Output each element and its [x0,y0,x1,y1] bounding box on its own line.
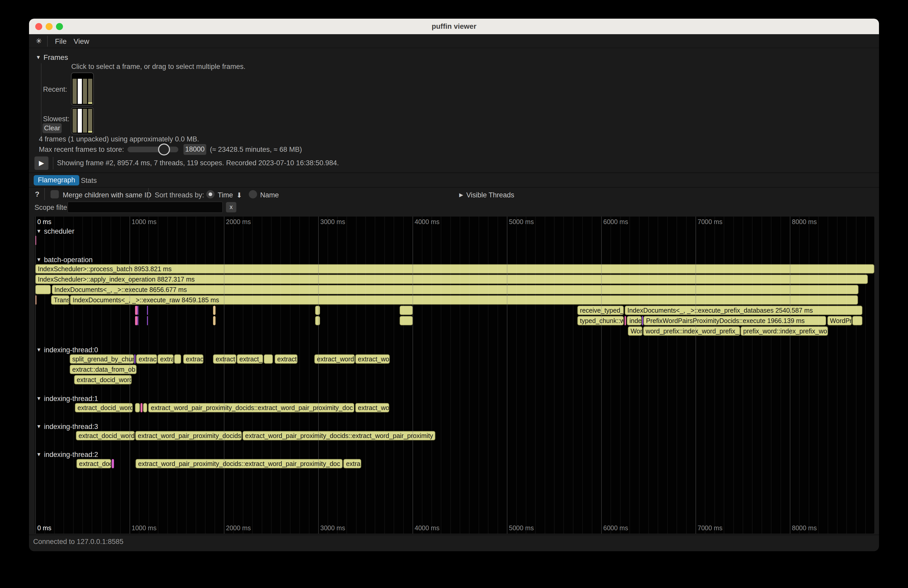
scope-bar[interactable]: typed_chunk::w [577,316,624,325]
scope-bar[interactable] [399,316,413,325]
scope-bar[interactable]: extrac [183,354,203,364]
scope-bar[interactable]: WordPr [828,316,852,325]
thread-group-header[interactable]: ▼batch-operation [36,256,92,264]
scope-bar[interactable]: extract_doc [76,459,111,468]
scope-bar[interactable]: extract_word [314,354,355,364]
scope-bar[interactable] [143,403,147,412]
thread-group-name: indexing-thread:3 [44,423,98,431]
recent-frames-thumbnail[interactable] [71,72,94,105]
tab-flamegraph[interactable]: Flamegraph [34,175,79,185]
scope-bar[interactable] [315,306,320,315]
scope-bar[interactable]: Trans [51,295,69,305]
scope-bar[interactable] [315,316,320,325]
scope-bar[interactable]: PrefixWordPairsProximityDocids::execute … [644,316,826,325]
visible-threads-toggle[interactable]: ▶Visible Threads [459,191,514,199]
scope-bar[interactable]: extract [136,354,157,364]
menu-item-file[interactable]: File [55,37,67,46]
scope-bar[interactable] [213,316,216,325]
scope-bar[interactable]: extract_docid_word [75,403,133,412]
help-button[interactable]: ? [35,190,39,198]
scope-bar[interactable]: IndexDocuments<_, _>::execute_prefix_dat… [625,306,862,315]
scope-bar[interactable] [852,316,862,325]
sort-by-time-radio[interactable] [206,190,214,198]
scope-bar[interactable] [213,306,216,315]
scope-bar[interactable] [642,316,643,325]
scope-bar[interactable]: extract_docid_word [76,431,135,440]
scope-bar[interactable]: extract_word_pair_proximity_docids::extr… [135,459,343,468]
scope-bar[interactable]: extract_docid_word [74,375,132,384]
window-title: puffin viewer [29,22,879,31]
scope-bar[interactable] [35,285,51,294]
scope-bar[interactable] [112,459,114,468]
scope-bar[interactable]: extract_word_pair_proximity_docids::extr… [243,431,435,440]
scope-bar[interactable]: extra [158,354,174,364]
scope-bar[interactable]: IndexScheduler>::apply_index_operation 8… [35,275,868,284]
scope-bar[interactable] [137,316,138,325]
scope-bar[interactable]: extract::data_from_ob [70,365,137,374]
scope-bar[interactable]: extract_ [237,354,263,364]
scope-bar[interactable]: extract [275,354,298,364]
scope-bar[interactable] [174,354,181,364]
sort-by-name-radio[interactable] [249,190,257,198]
scope-bar[interactable]: extract_wo [355,403,389,412]
scope-bar[interactable] [140,403,143,412]
scope-bar[interactable]: prefix_word::index_prefix_wo [741,326,828,336]
scope-bar[interactable] [135,316,137,325]
thread-group-header[interactable]: ▼indexing-thread:3 [36,423,98,431]
frames-section-header[interactable]: ▼Frames [36,53,68,62]
tab-stats[interactable]: Stats [81,177,97,185]
scope-bar[interactable]: split_grenad_by_chun [70,354,134,364]
scope-bar[interactable] [147,306,148,315]
thread-group-header[interactable]: ▼indexing-thread:2 [36,451,98,459]
scope-bar[interactable] [625,316,626,325]
scope-filter-clear-button[interactable]: x [226,202,236,212]
thread-group-header[interactable]: ▼indexing-thread:0 [36,346,98,354]
axis-tick-label: 6000 ms [603,524,628,532]
scope-bar[interactable] [147,316,148,325]
flamegraph-canvas[interactable]: 0 ms1000 ms2000 ms3000 ms4000 ms5000 ms6… [35,217,874,533]
thread-group-header[interactable]: ▼indexing-thread:1 [36,395,98,403]
clear-button[interactable]: Clear [42,123,62,133]
scope-bar[interactable]: extract_ [213,354,236,364]
sort-by-time-label[interactable]: Time [218,191,233,199]
scope-bar[interactable] [264,354,273,364]
slowest-frames-thumbnail[interactable] [71,107,94,134]
scope-bar[interactable]: extrac [343,459,361,468]
chevron-down-icon: ▼ [36,424,42,429]
visible-threads-label: Visible Threads [466,191,514,199]
scope-bar[interactable]: extract_word_pair_proximity_docids [135,431,242,440]
frame-thumbnail-bar [72,79,77,104]
merge-children-label[interactable]: Merge children with same ID [63,191,151,199]
scope-bar[interactable] [134,354,135,364]
theme-toggle-icon[interactable]: ✳ [36,37,42,45]
scope-bar[interactable] [135,306,137,315]
scope-bar[interactable]: IndexDocuments<_, _>::execute 8656.677 m… [52,285,858,294]
scope-bar[interactable] [399,306,413,315]
sort-by-name-label[interactable]: Name [260,191,279,199]
scope-bar[interactable]: IndexScheduler>::process_batch 8953.821 … [35,264,874,273]
play-button[interactable]: ▶ [34,156,48,170]
scope-bar[interactable]: receive_typed_ [577,306,624,315]
scope-bar[interactable]: IndexDocuments<_, _>::execute_raw 8459.1… [70,295,858,305]
sort-direction-arrow-icon[interactable]: ⬇ [236,191,242,199]
slider-knob[interactable] [158,143,170,156]
scope-bar[interactable]: word_prefix::index_word_prefix_ [643,326,740,336]
scope-bar[interactable]: Word [628,326,642,336]
thread-group-name: scheduler [44,227,74,235]
scope-bar[interactable] [35,236,36,245]
menu-item-view[interactable]: View [74,37,89,46]
max-frames-value[interactable]: 18000 [184,144,206,155]
max-frames-slider[interactable] [127,146,178,152]
merge-children-checkbox[interactable] [50,190,59,198]
scope-bar[interactable] [137,306,138,315]
scope-bar[interactable]: index [627,316,642,325]
frames-hint-text: Click to select a frame, or drag to sele… [71,63,245,71]
scope-bar[interactable] [35,295,37,305]
scope-bar[interactable]: extract_word_pair_proximity_docids::extr… [148,403,354,412]
title-bar[interactable]: puffin viewer [29,19,879,34]
scope-filter-input[interactable] [68,201,223,213]
thread-group-header[interactable]: ▼scheduler [36,227,74,235]
scope-bar[interactable]: extract_wo [355,354,390,364]
scope-bar[interactable] [135,403,140,412]
slowest-label: Slowest: [43,115,69,123]
